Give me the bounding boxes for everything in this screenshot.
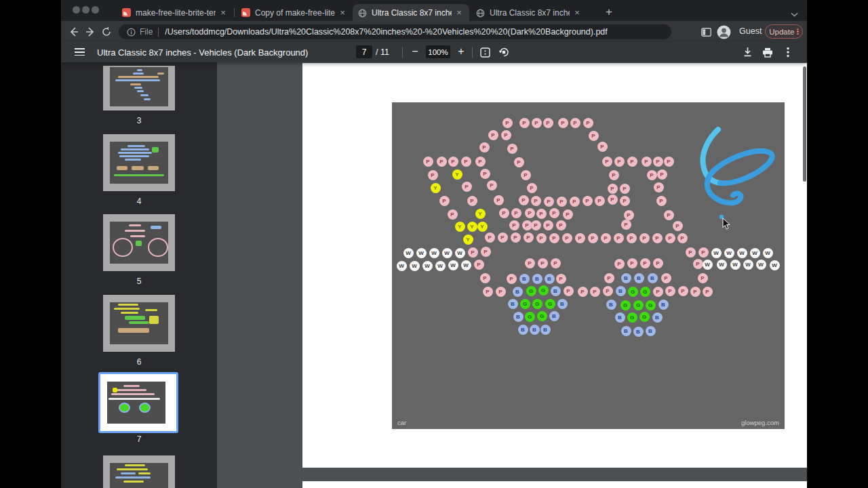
back-button[interactable]: [66, 24, 81, 39]
peg-dot-pink: P: [657, 169, 667, 180]
peg-dot-pink: P: [428, 170, 438, 180]
peg-dot-pink: P: [488, 130, 498, 140]
thumbnail-speck: [134, 87, 142, 89]
peg-dot-pink: P: [624, 210, 634, 220]
peg-dot-pink: P: [640, 258, 650, 268]
tab-4[interactable]: Ultra Classic 8x7 inches - Vehi×: [471, 4, 587, 21]
peg-dot-pink: P: [483, 287, 493, 297]
peg-dot-pink: P: [556, 274, 566, 284]
tab-close-icon[interactable]: ×: [338, 8, 347, 18]
peg-dot-green: G: [520, 299, 530, 309]
thumbnail-page-hidden-5[interactable]: [103, 455, 175, 488]
peg-dot-white: W: [429, 248, 439, 258]
peg-dot-pink: P: [639, 233, 650, 243]
peg-dot-pink: P: [602, 157, 612, 167]
peg-dot-pink: P: [627, 258, 637, 268]
fit-page-icon[interactable]: [479, 46, 491, 58]
zoom-level[interactable]: 100%: [426, 45, 450, 58]
thumbnail-page-7[interactable]: [98, 372, 178, 433]
peg-dot-pink: P: [627, 233, 637, 243]
peg-dot-pink: P: [621, 220, 631, 230]
thumbnail-speck: [118, 328, 149, 333]
peg-dot-pink: P: [521, 170, 531, 180]
rotate-icon[interactable]: [498, 46, 510, 58]
peg-dot-blue: B: [519, 274, 530, 284]
peg-dot-pink: P: [532, 118, 542, 128]
peg-dot-white: W: [448, 260, 458, 270]
thumbnail-page-6[interactable]: [103, 295, 175, 352]
traffic-light-close[interactable]: [73, 6, 80, 14]
zoom-in-button[interactable]: +: [454, 45, 468, 58]
peg-dot-pink: P: [511, 232, 521, 243]
download-icon[interactable]: [741, 46, 753, 58]
peg-dot-blue: B: [652, 312, 663, 323]
peg-dot-blue: B: [648, 273, 658, 283]
peg-dot-pink: P: [620, 196, 630, 206]
forward-button[interactable]: [83, 24, 98, 39]
print-icon[interactable]: [762, 46, 774, 58]
thumbnail-pattern: [110, 142, 168, 184]
peg-dot-pink: P: [673, 221, 683, 231]
peg-dot-green: G: [526, 286, 536, 296]
thumbnail-page-5[interactable]: [103, 214, 175, 271]
thumbnail-speck: [129, 224, 141, 226]
tab-close-icon[interactable]: ×: [454, 8, 464, 18]
kebab-icon[interactable]: [782, 46, 794, 58]
peg-dot-blue: B: [621, 273, 631, 283]
peg-dot-pink: P: [501, 130, 511, 140]
peg-dot-yellow: Y: [452, 169, 462, 180]
peg-dot-pink: P: [588, 233, 598, 243]
peg-dot-blue: B: [606, 300, 616, 310]
update-button[interactable]: Update: [765, 24, 803, 39]
url-bar[interactable]: File /Users/toddmcg/Downloads/Ultra%20Cl…: [119, 24, 671, 39]
traffic-light-minimize[interactable]: [82, 6, 90, 14]
info-icon[interactable]: [127, 28, 136, 37]
chevron-down-icon[interactable]: [791, 7, 798, 20]
traffic-light-zoom[interactable]: [92, 6, 99, 14]
new-tab-button[interactable]: +: [601, 5, 616, 20]
peg-dot-pink: P: [698, 273, 708, 283]
thumbnail-speck: [125, 230, 145, 232]
thumbnail-speck: [123, 385, 140, 387]
thumbnail-pattern: [110, 302, 168, 344]
tab-close-icon[interactable]: ×: [218, 8, 228, 18]
tab-2[interactable]: Copy of make-free-lite-brite-te×: [236, 4, 353, 21]
peg-dot-white: W: [724, 248, 734, 258]
thumbnail-page-3[interactable]: [103, 66, 175, 110]
thumbnail-number: 6: [103, 357, 175, 367]
tab-1[interactable]: make-free-lite-brite-template×: [117, 4, 233, 21]
thumbnail-speck: [115, 389, 146, 391]
thumbnail-pattern: [110, 463, 168, 488]
thumbnail-page-4[interactable]: [103, 134, 175, 191]
peg-dot-pink: P: [703, 287, 713, 297]
scrollbar-thumb[interactable]: [803, 66, 806, 182]
peg-dot-pink: P: [556, 220, 566, 230]
peg-dot-blue: B: [633, 327, 644, 337]
pdf-page-8-sliver: [302, 481, 807, 488]
peg-dot-pink: P: [509, 220, 519, 230]
peg-dot-pink: P: [499, 208, 509, 218]
menu-icon[interactable]: [75, 48, 85, 58]
thumbnail-speck: [130, 235, 145, 237]
peg-dot-pink: P: [677, 233, 688, 243]
peg-dot-pink: P: [498, 232, 508, 243]
peg-dot-white: W: [455, 248, 465, 258]
toolbar-divider-2: [472, 47, 473, 58]
pdf-viewport[interactable]: car glowpeg.com PPPPPPPPPPPPPPPPPPPPPPPP…: [217, 62, 807, 488]
page-number-input[interactable]: 7: [356, 45, 372, 58]
side-panel-icon[interactable]: [698, 24, 713, 39]
reload-button[interactable]: [99, 24, 114, 39]
peg-dot-pink: P: [575, 233, 585, 243]
peg-dot-pink: P: [578, 287, 588, 297]
peg-dot-white: W: [770, 260, 780, 270]
peg-dot-pink: P: [480, 273, 490, 283]
peg-dot-pink: P: [656, 196, 667, 206]
avatar[interactable]: [716, 24, 731, 39]
paint-cursor-dot: [719, 215, 724, 219]
peg-dot-pink: P: [603, 286, 613, 296]
tab-close-icon[interactable]: ×: [572, 8, 582, 18]
tab-3[interactable]: Ultra Classic 8x7 inches - Vehi×: [353, 4, 469, 21]
peg-dot-blue: B: [518, 325, 528, 335]
zoom-out-button[interactable]: −: [408, 45, 422, 58]
peg-dot-pink: P: [479, 142, 490, 152]
